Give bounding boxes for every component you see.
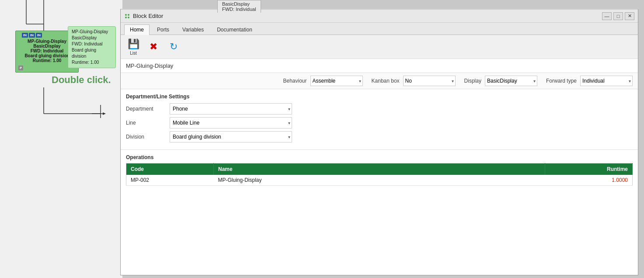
display-select[interactable]: BasicDisplay <box>485 76 537 86</box>
tooltip-callout: MP-Gluing-Display BasicDisplay FWD: Indi… <box>68 26 116 68</box>
department-settings-title: Department/Line Settings <box>126 94 633 100</box>
top-tooltip-text1: BasicDisplay <box>222 1 256 7</box>
block-editor-window: Block Editor — □ ✕ Home Ports Variables … <box>120 9 638 275</box>
cancel-icon: ✖ <box>150 41 157 52</box>
grid-icon <box>125 14 129 18</box>
block-line3: FWD: Individual <box>18 49 76 53</box>
division-select[interactable]: Board gluing division <box>170 131 292 142</box>
operations-table: Code Name Runtime MP-002 MP-Gluing-Displ… <box>126 163 633 186</box>
maximize-button[interactable]: □ <box>613 12 623 20</box>
block-line5: Runtime: 1.00 <box>18 58 76 63</box>
tab-variables[interactable]: Variables <box>177 24 209 35</box>
department-label: Department <box>126 106 170 112</box>
ops-row-1[interactable]: MP-002 MP-Gluing-Display 1.0000 <box>126 175 633 186</box>
line-row: Line Mobile Line <box>126 117 633 129</box>
minimize-button[interactable]: — <box>602 12 612 20</box>
kanban-select-wrapper: No <box>403 76 456 86</box>
tab-bar: Home Ports Variables Documentation <box>121 23 638 35</box>
tooltip-line4: Board gluing division <box>72 47 112 59</box>
department-select[interactable]: Phone <box>170 103 292 115</box>
behaviour-label: Behaviour <box>283 78 307 84</box>
title-bar-left: Block Editor <box>124 13 163 19</box>
tooltip-line3: FWD: Individual <box>72 41 112 47</box>
col-runtime: Runtime <box>545 163 633 175</box>
block-name-label: MP-Gluing-Display <box>126 63 173 69</box>
window-title: Block Editor <box>133 13 163 19</box>
block-line2: BasicDisplay <box>18 44 76 49</box>
close-button[interactable]: ✕ <box>625 12 634 20</box>
refresh-icon: ↻ <box>170 41 178 52</box>
col-code: Code <box>126 163 214 175</box>
behaviour-row: Behaviour Assemble <box>283 76 363 86</box>
row1-code: MP-002 <box>126 175 214 186</box>
block-name-row: MP-Gluing-Display <box>121 59 638 73</box>
port-in-2: IN <box>29 33 35 38</box>
display-row: Display BasicDisplay <box>464 76 537 86</box>
tooltip-line1: MP-Gluing-Display <box>72 29 112 35</box>
forward-type-select[interactable]: Individual <box>580 76 633 86</box>
kanban-select[interactable]: No <box>403 76 456 86</box>
department-row: Department Phone <box>126 103 633 115</box>
department-select-wrapper: Phone <box>170 103 292 115</box>
tooltip-line5: Runtime: 1.00 <box>72 59 112 66</box>
division-select-wrapper: Board gluing division <box>170 131 292 142</box>
forward-type-label: Forward type <box>546 78 577 84</box>
division-row: Division Board gluing division <box>126 131 633 142</box>
behaviour-select[interactable]: Assemble <box>310 76 363 86</box>
block-line4: Board gluing division <box>18 53 76 58</box>
operations-title: Operations <box>126 154 633 160</box>
tooltip-line2: BasicDisplay <box>72 35 112 41</box>
display-label: Display <box>464 78 481 84</box>
svg-marker-7 <box>103 112 106 115</box>
display-select-wrapper: BasicDisplay <box>485 76 537 86</box>
department-settings-section: Department/Line Settings Department Phon… <box>121 89 638 150</box>
col-name: Name <box>214 163 545 175</box>
line-select[interactable]: Mobile Line <box>170 117 292 129</box>
canvas-area: IN IN IN MP-Gluing-Display BasicDisplay … <box>0 0 122 278</box>
top-tooltip: BasicDisplay FWD: Individual <box>217 0 261 13</box>
tab-ports[interactable]: Ports <box>151 24 175 35</box>
line-select-wrapper: Mobile Line <box>170 117 292 129</box>
division-label: Division <box>126 134 170 140</box>
save-icon: 💾 <box>128 38 139 50</box>
ops-header-row: Code Name Runtime <box>126 163 633 175</box>
port-in-3: IN <box>36 33 42 38</box>
row1-runtime: 1.0000 <box>545 175 633 186</box>
window-controls: — □ ✕ <box>602 12 634 20</box>
port-in-1: IN <box>22 33 28 38</box>
save-label: List <box>130 51 137 56</box>
kanban-row: Kanban box No <box>372 76 456 86</box>
save-button[interactable]: 💾 List <box>124 38 143 56</box>
cancel-button[interactable]: ✖ <box>144 38 163 56</box>
kanban-label: Kanban box <box>372 78 400 84</box>
forward-type-row: Forward type Individual <box>546 76 633 86</box>
line-label: Line <box>126 120 170 126</box>
tab-documentation[interactable]: Documentation <box>211 24 258 35</box>
forward-type-select-wrapper: Individual <box>580 76 633 86</box>
block-line1: MP-Gluing-Display <box>18 39 76 44</box>
title-bar: Block Editor — □ ✕ <box>121 10 638 23</box>
top-tooltip-text2: FWD: Individual <box>222 7 256 12</box>
operations-section: Operations Code Name Runtime MP-002 MP-G… <box>121 150 638 275</box>
app-icon <box>124 13 130 19</box>
row1-name: MP-Gluing-Display <box>214 175 545 186</box>
properties-panel: Behaviour Assemble Kanban box No Display <box>121 73 638 89</box>
behaviour-select-wrapper: Assemble <box>310 76 363 86</box>
toolbar: 💾 List ✖ ↻ <box>121 35 638 59</box>
double-click-hint: Double click. <box>52 74 111 86</box>
refresh-button[interactable]: ↻ <box>164 38 183 56</box>
tab-home[interactable]: Home <box>124 24 150 35</box>
port-p: P <box>18 66 23 70</box>
editor-content: MP-Gluing-Display Behaviour Assemble Kan… <box>121 59 638 275</box>
